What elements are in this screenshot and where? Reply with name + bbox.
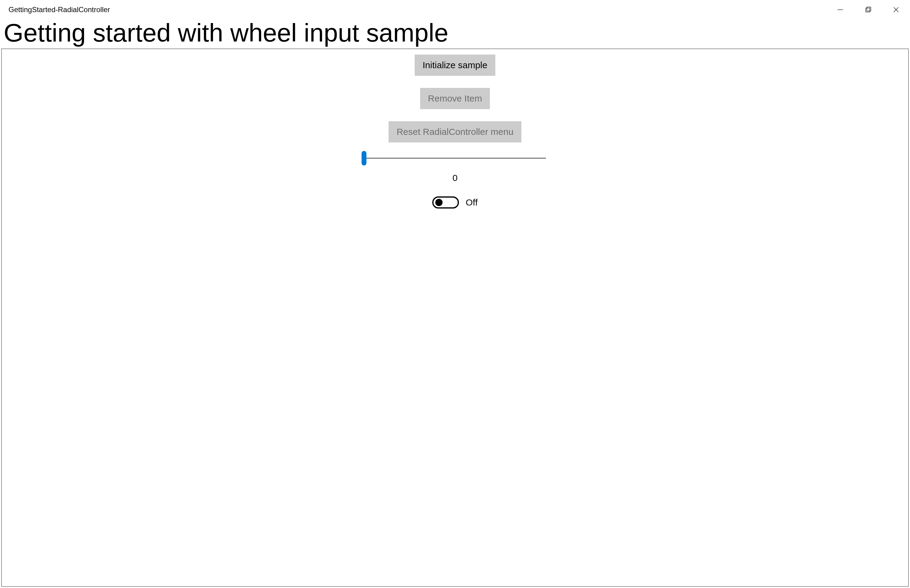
toggle-label: Off [466, 197, 478, 208]
toggle-row: Off [432, 196, 478, 208]
svg-rect-1 [866, 8, 870, 12]
toggle-knob [435, 199, 442, 206]
slider-value-label: 0 [453, 173, 458, 183]
reset-radialcontroller-button[interactable]: Reset RadialController menu [389, 121, 521, 142]
maximize-button[interactable] [854, 0, 882, 19]
close-button[interactable] [882, 0, 910, 19]
page-title: Getting started with wheel input sample [0, 19, 910, 48]
initialize-sample-button[interactable]: Initialize sample [415, 55, 495, 76]
minimize-icon [837, 6, 844, 13]
slider-thumb[interactable] [361, 151, 366, 165]
window-controls [826, 0, 910, 19]
window-title: GettingStarted-RadialController [8, 5, 110, 14]
svg-rect-2 [867, 7, 871, 11]
toggle-switch[interactable] [432, 196, 459, 208]
value-slider[interactable] [364, 153, 546, 163]
minimize-button[interactable] [826, 0, 854, 19]
content-frame: Initialize sample Remove Item Reset Radi… [1, 48, 909, 587]
maximize-icon [865, 6, 871, 13]
titlebar: GettingStarted-RadialController [0, 0, 910, 19]
remove-item-button[interactable]: Remove Item [420, 88, 490, 109]
slider-track [364, 158, 546, 159]
close-icon [893, 6, 899, 13]
